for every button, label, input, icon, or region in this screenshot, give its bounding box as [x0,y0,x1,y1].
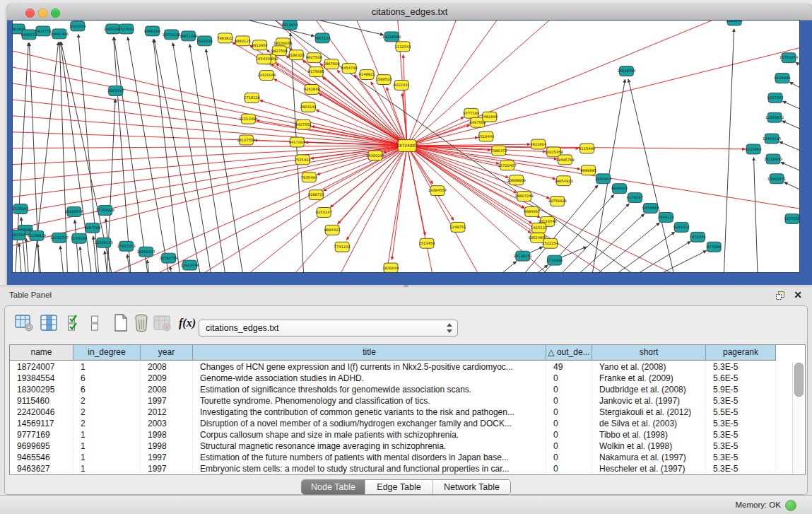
graph-edge[interactable] [75,220,80,272]
graph-edge[interactable] [153,40,181,272]
graph-edge[interactable] [170,267,173,272]
graph-edge[interactable] [189,45,226,272]
graph-edge[interactable] [233,21,383,35]
graph-node[interactable]: 12505135 [95,238,113,247]
graph-edge[interactable] [19,243,22,272]
graph-node[interactable]: 18107554 [237,135,255,145]
graph-node[interactable]: 9215953 [746,144,762,154]
graph-node[interactable]: 677066 [707,242,721,252]
graph-node[interactable]: 7635464 [301,173,317,182]
graph-node[interactable]: 8938923 [611,184,628,194]
graph-edge[interactable] [754,158,758,272]
table-row[interactable]: 969969511998Structural magnetic resonanc… [10,440,805,452]
graph-node[interactable]: 6179197 [627,193,643,203]
graph-node[interactable]: 391594 [13,230,25,240]
graph-edge[interactable] [173,43,213,272]
graph-node[interactable]: 11156829 [28,230,46,240]
graph-node[interactable]: 9245012 [673,222,690,232]
column-header-name[interactable]: name [10,345,73,361]
column-header-short[interactable]: short [592,345,706,361]
graph-edge[interactable] [407,43,799,146]
graph-node[interactable]: 18300295 [366,151,384,160]
graph-node[interactable]: 7663822 [217,33,233,43]
graph-edge[interactable] [779,142,799,158]
graph-node[interactable]: 2935114 [658,212,674,222]
function-builder-icon[interactable]: f(x) [179,313,196,333]
graph-node[interactable]: 7386372 [490,146,507,156]
graph-edge[interactable] [495,265,548,272]
graph-node[interactable]: 7525402 [295,155,311,165]
graph-node[interactable]: 1588520 [376,75,392,85]
graph-hub-node[interactable]: 18724007 [396,140,418,152]
graph-node[interactable]: 12923448 [180,260,199,270]
graph-node[interactable]: 19756928 [548,197,566,206]
graph-node[interactable]: 9146821 [359,70,375,80]
graph-node[interactable]: 8466160 [144,26,160,36]
graph-node[interactable]: 8454749 [341,64,358,74]
graph-edge[interactable] [13,146,407,236]
graph-node[interactable]: 1672634 [690,232,706,242]
graph-edge[interactable] [382,146,407,272]
graph-edge[interactable] [407,21,579,146]
column-header-title[interactable]: title [193,345,546,361]
graph-edge[interactable] [796,62,799,77]
column-header-in_degree[interactable]: in_degree [73,345,141,361]
delete-column-icon[interactable] [132,313,151,333]
graph-node[interactable]: 19654923 [554,176,572,186]
graph-node[interactable]: 1132543 [394,42,411,52]
graph-node[interactable]: 2526065 [13,204,29,214]
graph-node[interactable]: 3621604 [530,139,546,149]
graph-node[interactable]: 9186723 [308,190,324,200]
table-row[interactable]: 911546021997Tourette syndrome. Phenomeno… [10,395,805,407]
graph-node[interactable]: 16210643 [764,154,782,164]
graph-node[interactable]: 12444195 [763,134,781,144]
graph-node[interactable]: 9417004 [289,137,305,147]
table-row[interactable]: 946362711997Embryonic stem cells: a mode… [10,463,805,474]
column-header-year[interactable]: year [141,345,193,361]
graph-edge[interactable] [407,21,777,146]
memory-ok-indicator-icon[interactable] [785,500,796,511]
tab-edge-table[interactable]: Edge Table [365,480,433,494]
graph-node[interactable]: 19384554 [428,186,447,196]
graph-node[interactable]: 12093872 [765,112,784,122]
graph-node[interactable]: 18807249 [515,192,534,201]
graph-node[interactable]: 1623634 [726,21,743,25]
graph-edge[interactable] [147,260,150,272]
graph-node[interactable]: 9860125 [235,36,251,46]
graph-edge[interactable] [269,146,407,272]
graph-node[interactable]: 8253147 [316,208,332,218]
graph-node[interactable]: 10688609 [507,175,526,185]
graph-node[interactable]: 2867608 [324,59,340,69]
graph-edge[interactable] [783,101,799,117]
column-visibility-icon[interactable] [40,313,58,333]
graph-edge[interactable] [407,144,530,146]
graph-node[interactable]: 7741203 [334,242,351,252]
close-panel-icon[interactable]: ✕ [794,289,802,300]
graph-node[interactable]: 1003319 [69,21,86,31]
table-mode-icon[interactable] [15,313,34,333]
graph-edge[interactable] [13,131,407,146]
column-header-pagerank[interactable]: pagerank [706,345,776,361]
graph-node[interactable]: 9684067 [524,207,540,217]
graph-node[interactable]: 1077053 [784,214,799,223]
graph-edge[interactable] [114,37,131,272]
graph-node[interactable]: 19495769 [555,155,574,165]
graph-node[interactable]: 17957253 [117,241,136,251]
graph-node[interactable]: 7615526 [196,36,213,46]
network-canvas[interactable]: 1872400718616059405572790377920691406100… [12,20,800,273]
graph-node[interactable]: 1654339 [256,54,272,64]
new-column-icon[interactable] [112,313,129,333]
graph-node[interactable]: 20691406 [50,29,69,39]
graph-node[interactable]: 8813054 [282,21,298,30]
graph-node[interactable]: 16782759 [159,253,177,263]
graph-node[interactable]: 2803144 [300,102,317,112]
graph-node[interactable]: 2522254 [542,238,558,248]
graph-edge[interactable] [392,146,407,259]
graph-node[interactable]: 12213394 [239,114,257,124]
table-row[interactable]: 977716911998Corpus callosum shape and si… [10,429,805,440]
graph-edge[interactable] [407,146,579,272]
table-row[interactable]: 1830029562008Estimation of significance … [10,384,805,395]
graph-edge[interactable] [466,262,517,272]
graph-edge[interactable] [782,121,799,137]
graph-edge[interactable] [601,232,675,272]
